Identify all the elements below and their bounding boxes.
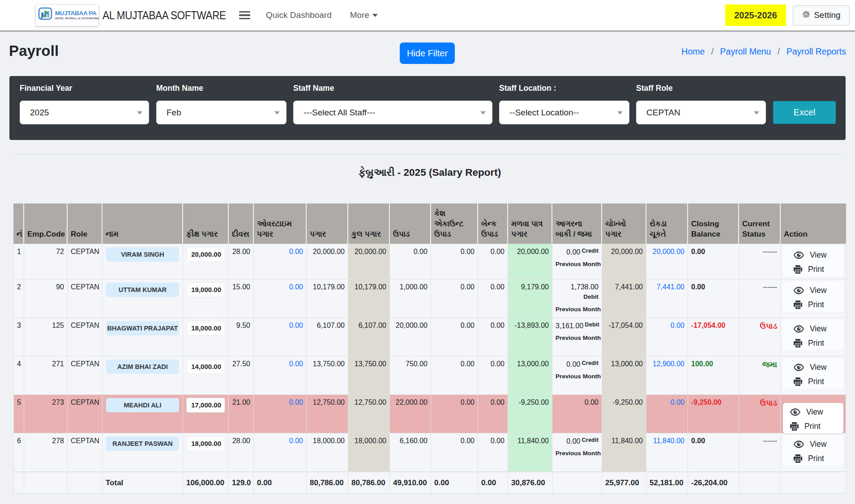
cell-no: 6 (13, 433, 24, 472)
cell-previous-balance: 0.00CreditPrevious Month (552, 356, 602, 395)
eye-icon (794, 287, 804, 294)
view-button[interactable]: View (790, 407, 842, 417)
column-header-net-salary: ચોખ્ખો પગાર (602, 203, 646, 244)
printer-icon (790, 422, 799, 431)
view-button[interactable]: View (794, 362, 842, 372)
cell-bank-withdraw: 0.00 (478, 244, 508, 280)
cell-cash-paid: 0.00 (646, 395, 688, 433)
printer-icon (794, 454, 802, 463)
cell-cash-account-withdraw: 0.00 (431, 356, 478, 395)
print-button[interactable]: Print (794, 264, 842, 274)
cell-current-status: ------ (739, 280, 781, 318)
view-button[interactable]: View (794, 439, 842, 449)
cell-emp-code: 278 (24, 433, 68, 472)
fix-salary-badge: 18,000.00 (186, 321, 225, 336)
top-navbar: MUJTABAA PA HOTEL PAYROLL & ACCOUNTING A… (0, 0, 855, 32)
cell-name: BHAGWATI PRAJAPAT (103, 318, 183, 356)
cell-previous-balance: 0.00CreditPrevious Month (552, 433, 602, 472)
cell-name: MEAHDI ALI (103, 395, 183, 433)
filter-select-staff-role-value: CEPTAN (637, 108, 680, 118)
cell-emp-code: 90 (24, 280, 68, 318)
logo-brand: MUJTABAA PA (55, 10, 99, 17)
cell-total-salary: 13,750.00 (348, 356, 390, 395)
employee-row-125: 3125CEPTANBHAGWATI PRAJAPAT18,000.009.50… (13, 318, 846, 356)
column-header-salary: પગાર (307, 203, 348, 244)
cell-withdraw: 0.00 (390, 244, 431, 280)
employee-row-271: 4271CEPTANAZIM BHAI ZADI14,000.0027.500.… (13, 356, 846, 395)
breadcrumb-home[interactable]: Home (681, 47, 705, 56)
breadcrumb: Home / Payroll Menu / Payroll Reports (681, 47, 846, 57)
previous-balance-tag: Credit (581, 436, 598, 443)
cell-overtime-salary: 0.00 (254, 244, 307, 280)
filter-select-staff-role[interactable]: CEPTAN (636, 101, 766, 124)
cell-bank-withdraw: 0.00 (478, 356, 508, 395)
setting-button[interactable]: Setting (793, 5, 850, 25)
cell-emp-code: 72 (24, 244, 68, 280)
print-button[interactable]: Print (794, 453, 842, 463)
cell-overtime-salary: 0.00 (254, 318, 307, 356)
cell-salary: 12,750.00 (307, 395, 348, 433)
total-withdraw: 49,910.00 (390, 472, 431, 494)
total-net-salary: 25,977.00 (602, 472, 646, 494)
previous-month-note: Previous Month (556, 334, 598, 343)
filter-select-financial-year-value: 2025 (20, 108, 49, 118)
total-cash-paid: 52,181.00 (646, 472, 688, 494)
cell-bank-withdraw: 0.00 (478, 280, 508, 318)
cell-current-status: ------ (739, 244, 781, 280)
cell-action: ViewPrint (781, 280, 846, 318)
filter-select-staff-location[interactable]: --Select Location-- (499, 101, 629, 124)
previous-month-note: Previous Month (556, 305, 598, 314)
cell-current-status: ઉપાડ (739, 395, 781, 433)
section-divider (16, 154, 842, 155)
print-button[interactable]: Print (794, 338, 842, 348)
employee-row-273: 5273CEPTANMEAHDI ALI17,000.0021.000.0012… (13, 395, 846, 433)
cell-fix-salary: 20,000.00 (183, 244, 229, 280)
cell-fix-salary: 19,000.00 (183, 280, 229, 318)
action-button-group: ViewPrint (783, 403, 843, 433)
select-caret-icon (617, 111, 623, 114)
column-header-current-status: Current Status (739, 203, 781, 244)
print-button[interactable]: Print (790, 421, 842, 431)
print-button[interactable]: Print (794, 377, 842, 386)
nav-more-menu[interactable]: More (350, 10, 378, 20)
view-button[interactable]: View (794, 324, 842, 334)
cell-total-salary: 20,000.00 (348, 244, 390, 280)
cell-previous-balance: 0.00CreditPrevious Month (552, 244, 602, 280)
cell-withdraw: 22,000.00 (390, 395, 431, 433)
column-header-name: નામ (103, 203, 183, 244)
hamburger-menu-icon[interactable] (239, 11, 250, 20)
nav-quick-dashboard[interactable]: Quick Dashboard (266, 10, 332, 20)
total-action (781, 472, 846, 494)
print-button[interactable]: Print (794, 300, 842, 309)
view-button[interactable]: View (794, 250, 842, 260)
view-button[interactable]: View (794, 285, 842, 295)
cell-total-salary: 18,000.00 (348, 433, 390, 472)
filter-select-month-name[interactable]: Feb (156, 101, 286, 124)
cell-no: 5 (13, 395, 24, 433)
breadcrumb-payroll-reports[interactable]: Payroll Reports (787, 47, 846, 56)
cell-name: UTTAM KUMAR (103, 280, 183, 318)
cell-emp-code: 271 (24, 356, 68, 395)
filter-select-staff-name[interactable]: ---Select All Staff--- (293, 101, 492, 124)
breadcrumb-payroll-menu[interactable]: Payroll Menu (720, 47, 771, 56)
column-header-emp-code: Emp.Code (24, 203, 68, 244)
excel-export-button[interactable]: Excel (773, 101, 836, 124)
column-header-fix-salary: ફીક્ષ પગાર (183, 203, 229, 244)
cell-fix-salary: 18,000.00 (183, 318, 229, 356)
cell-cash-paid: 11,840.00 (646, 433, 688, 472)
logo-text: MUJTABAA PA HOTEL PAYROLL & ACCOUNTING (55, 10, 99, 20)
cell-closing-balance: 0.00 (688, 280, 739, 318)
cell-role: CEPTAN (68, 244, 103, 280)
filter-select-staff-location-value: --Select Location-- (500, 108, 579, 118)
view-label: View (810, 362, 827, 372)
action-button-group: ViewPrint (783, 320, 843, 350)
report-title: ફેબ્રુઆરી - 2025 (Salary Report) (13, 167, 846, 178)
app-logo[interactable]: MUJTABAA PA HOTEL PAYROLL & ACCOUNTING (36, 5, 98, 26)
total-bank-withdraw: 0.00 (478, 472, 508, 494)
cell-cash-account-withdraw: 0.00 (431, 395, 478, 433)
total-name: Total (103, 472, 183, 494)
filter-select-financial-year[interactable]: 2025 (20, 101, 149, 124)
column-header-withdraw: ઉપાડ (390, 203, 431, 244)
total-current-status (739, 472, 781, 494)
hide-filter-button[interactable]: Hide Filter (400, 42, 455, 64)
